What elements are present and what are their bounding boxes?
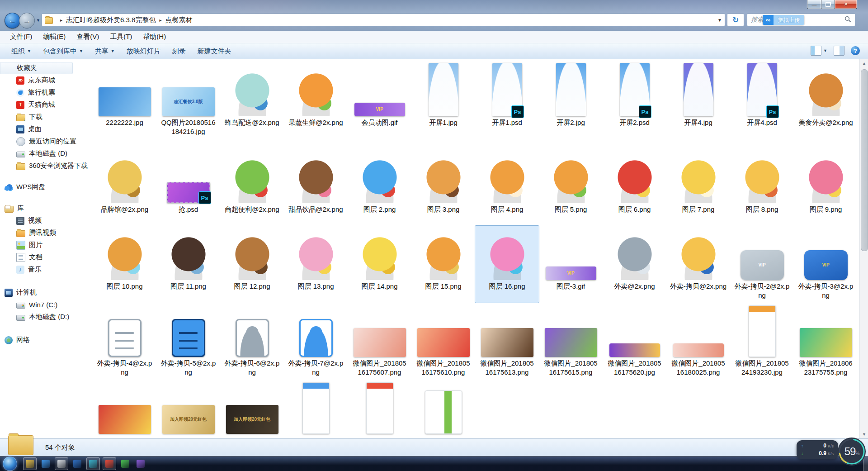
search-icon[interactable] xyxy=(844,16,851,24)
file-item[interactable]: 图层 13.png xyxy=(284,226,348,303)
search-input[interactable]: 搜索 ∞ 拖拽上传 xyxy=(747,14,855,26)
vertical-scrollbar[interactable]: ▲ ▼ xyxy=(859,59,868,438)
restore-button[interactable] xyxy=(821,0,835,9)
file-item[interactable]: 图层 6.png xyxy=(603,149,666,226)
menu-item[interactable]: 工具(T) xyxy=(104,33,137,41)
close-button[interactable]: ✕ xyxy=(835,0,857,9)
file-item[interactable]: 微信图片_20180516175610.png xyxy=(411,303,475,380)
sidebar-item[interactable]: 本地磁盘 (D) xyxy=(0,147,89,160)
file-item[interactable]: 开屏4.jpg xyxy=(666,62,730,149)
toolbar-button[interactable]: 包含到库中▼ xyxy=(37,47,89,56)
file-item[interactable]: 甜品饮品@2x.png xyxy=(284,149,348,226)
toolbar-button[interactable]: 刻录 xyxy=(166,47,192,56)
battery-indicator[interactable]: 59 % xyxy=(837,437,866,466)
file-item[interactable]: 图层 9.png xyxy=(794,149,858,226)
taskbar-app-6[interactable] xyxy=(103,457,116,470)
taskbar-app-5[interactable] xyxy=(86,457,100,470)
preview-pane-button[interactable] xyxy=(834,46,844,56)
breadcrumb-separator-icon[interactable]: ▸ xyxy=(159,18,161,23)
file-item[interactable]: 图层 3.png xyxy=(411,149,475,226)
file-item[interactable]: VIP会员动图.gif xyxy=(348,62,411,149)
sidebar-item[interactable]: WPS网盘 xyxy=(0,181,89,193)
menu-item[interactable]: 帮助(H) xyxy=(137,33,171,41)
file-item[interactable]: 开屏1.jpg xyxy=(411,62,475,149)
file-item[interactable]: 图层 15.png xyxy=(411,226,475,303)
breadcrumb-segment[interactable]: 志汇叮咚超级外卖6.3.8完整包 xyxy=(66,16,156,24)
file-item[interactable]: 图层 12.png xyxy=(220,226,284,303)
breadcrumb-dropdown-icon[interactable]: ▼ xyxy=(717,18,722,23)
file-item[interactable]: 图层 8.png xyxy=(730,149,794,226)
file-item[interactable]: VIP外卖-拷贝-3@2x.png xyxy=(794,226,858,303)
menu-item[interactable]: 文件(F) xyxy=(5,33,38,41)
file-item[interactable]: 微信图片_20180516180025.png xyxy=(666,303,730,380)
file-item[interactable]: 外卖-拷贝-4@2x.png xyxy=(93,303,156,380)
toolbar-button[interactable]: 放映幻灯片 xyxy=(121,47,166,56)
taskbar-app-2[interactable] xyxy=(39,458,52,470)
menu-item[interactable]: 查看(V) xyxy=(71,33,104,41)
file-item[interactable]: 微信图片_20180516175613.png xyxy=(475,303,539,380)
sidebar-item[interactable]: 文档 xyxy=(0,251,89,263)
file-item[interactable]: VIP图层-3.gif xyxy=(539,226,603,303)
file-item[interactable]: 图层 2.png xyxy=(348,149,411,226)
file-item[interactable]: 外卖@2x.png xyxy=(603,226,666,303)
file-item[interactable]: 志汇餐饮3.0版QQ图片20180516184216.jpg xyxy=(156,62,220,149)
breadcrumb-separator-icon[interactable]: ▸ xyxy=(60,18,62,23)
taskbar-app-1[interactable] xyxy=(23,457,37,470)
file-item[interactable] xyxy=(411,380,475,438)
file-item[interactable]: 图层 5.png xyxy=(539,149,603,226)
taskbar-app-4[interactable] xyxy=(71,458,84,470)
file-item[interactable]: Ps开屏4.psd xyxy=(730,62,794,149)
sidebar-item[interactable]: 图片 xyxy=(0,239,89,251)
file-item[interactable]: 微信图片_20180516175615.png xyxy=(539,303,603,380)
file-item[interactable]: 果蔬生鲜@2x.png xyxy=(284,62,348,149)
scroll-up-icon[interactable]: ▲ xyxy=(860,59,868,67)
sidebar-item[interactable]: 网络 xyxy=(0,334,89,346)
sidebar-item[interactable]: 360安全浏览器下载 xyxy=(0,160,89,172)
sidebar-item[interactable]: 腾讯视频 xyxy=(0,227,89,239)
menu-item[interactable]: 编辑(E) xyxy=(38,33,71,41)
file-item[interactable]: 开屏2.jpg xyxy=(539,62,603,149)
file-item[interactable]: Ps抢.psd xyxy=(156,149,220,226)
network-speed-widget[interactable]: ↑ 0 K/s ↓ 0.9 K/s xyxy=(797,440,838,459)
sidebar-item[interactable]: 下载 xyxy=(0,111,89,123)
file-item[interactable]: 图层 10.png xyxy=(93,226,156,303)
history-dropdown-icon[interactable]: ▼ xyxy=(36,18,40,23)
file-item[interactable]: 图层 16.png xyxy=(475,226,539,303)
sidebar-item[interactable]: JD京东商城 xyxy=(0,74,89,86)
file-item[interactable]: 品牌馆@2x.png xyxy=(93,149,156,226)
sidebar-item[interactable]: 计算机 xyxy=(0,286,89,299)
file-item[interactable]: 外卖-拷贝-5@2x.png xyxy=(156,303,220,380)
file-item[interactable]: 加入即领20元红包 xyxy=(156,380,220,438)
file-item[interactable]: 图层 7.png xyxy=(666,149,730,226)
sidebar-item[interactable]: T天猫商城 xyxy=(0,99,89,111)
file-item[interactable]: 图层 11.png xyxy=(156,226,220,303)
toolbar-button[interactable]: 共享▼ xyxy=(89,47,121,56)
taskbar-app-7[interactable] xyxy=(119,458,132,470)
file-item[interactable]: VIP外卖-拷贝-2@2x.png xyxy=(730,226,794,303)
breadcrumb[interactable]: ▸志汇叮咚超级外卖6.3.8完整包▸点餐素材 ▼ xyxy=(42,14,725,26)
file-item[interactable]: 微信图片_20180516175607.png xyxy=(348,303,411,380)
sidebar-item[interactable]: ♪音乐 xyxy=(0,263,89,276)
forward-button[interactable]: → xyxy=(19,13,35,29)
file-item[interactable] xyxy=(284,380,348,438)
minimize-button[interactable]: — xyxy=(807,0,821,9)
sidebar-item[interactable]: 收藏夹 xyxy=(0,62,73,74)
file-item[interactable]: 商超便利@2x.png xyxy=(220,149,284,226)
file-item[interactable] xyxy=(348,380,411,438)
help-button[interactable]: ? xyxy=(851,46,860,55)
file-item[interactable]: 图层 14.png xyxy=(348,226,411,303)
file-item[interactable]: 微信图片_20180524193230.jpg xyxy=(730,303,794,380)
start-button[interactable] xyxy=(3,457,17,471)
sidebar-item[interactable]: 桌面 xyxy=(0,123,89,135)
file-item[interactable]: Ps开屏1.psd xyxy=(475,62,539,149)
file-item[interactable] xyxy=(93,380,156,438)
file-item[interactable]: 外卖-拷贝-7@2x.png xyxy=(284,303,348,380)
file-item[interactable]: 微信图片_20180623175755.png xyxy=(794,303,858,380)
sidebar-item[interactable]: 本地磁盘 (D:) xyxy=(0,311,89,323)
file-item[interactable]: 外卖-拷贝@2x.png xyxy=(666,226,730,303)
file-item[interactable]: 微信图片_20180516175620.jpg xyxy=(603,303,666,380)
file-item[interactable]: 外卖-拷贝-6@2x.png xyxy=(220,303,284,380)
file-item[interactable]: 美食外卖@2x.png xyxy=(794,62,858,149)
taskbar-app-3[interactable] xyxy=(55,457,68,470)
back-button[interactable]: ← xyxy=(5,13,20,29)
